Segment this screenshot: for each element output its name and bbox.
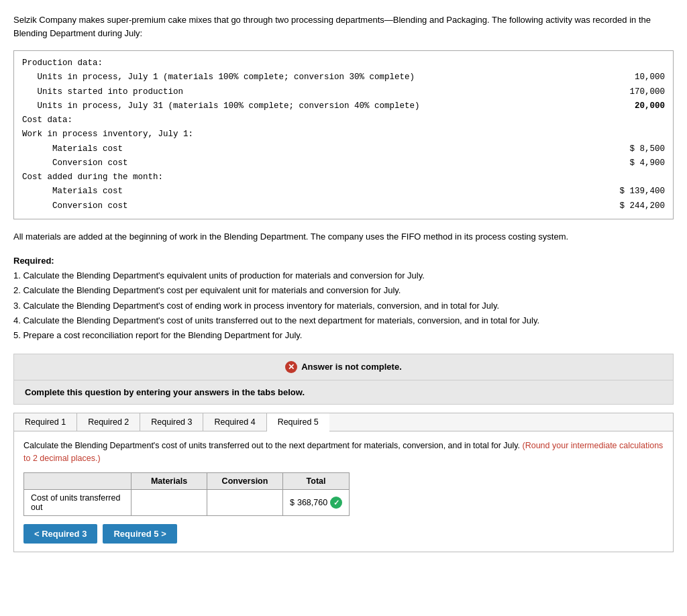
materials-cost-value: $ 8,500 xyxy=(611,142,665,156)
next-required-button[interactable]: Required 5 > xyxy=(103,524,176,544)
total-value: 368,760 xyxy=(297,498,327,507)
tab-description: Calculate the Blending Department's cost… xyxy=(23,440,664,465)
check-icon: ✓ xyxy=(330,497,342,509)
units-started-label: Units started into production xyxy=(22,85,183,99)
intro-paragraph: Selzik Company makes super-premium cake … xyxy=(13,13,674,40)
conversion-added-value: $ 244,200 xyxy=(611,199,665,213)
col-header-total: Total xyxy=(283,473,350,490)
tabs-row: Required 1 Required 2 Required 3 Require… xyxy=(14,413,673,431)
wip-title: Work in process inventory, July 1: xyxy=(22,127,665,142)
required-heading: Required: xyxy=(13,254,674,268)
tab-required-5[interactable]: Required 5 xyxy=(267,413,329,431)
conversion-cost-row: Conversion cost $ 4,900 xyxy=(22,156,665,170)
conversion-added-label: Conversion cost xyxy=(22,199,128,213)
tab-required-2[interactable]: Required 2 xyxy=(77,413,140,431)
units-july1-row: Units in process, July 1 (materials 100%… xyxy=(22,70,665,85)
answer-banner: ✕ Answer is not complete. xyxy=(13,354,674,380)
units-july1-value: 10,000 xyxy=(611,70,665,85)
production-title: Production data: xyxy=(22,56,665,70)
conversion-cost-label: Conversion cost xyxy=(22,156,128,170)
production-data: Production data: Units in process, July … xyxy=(22,56,665,213)
table-row: Cost of units transferredout $ 368,760 ✓ xyxy=(24,490,350,516)
units-started-row: Units started into production 170,000 xyxy=(22,85,665,99)
materials-added-value: $ 139,400 xyxy=(611,185,665,199)
col-header-materials: Materials xyxy=(131,473,207,490)
conversion-input-cell[interactable] xyxy=(207,490,283,516)
col-header-empty xyxy=(24,473,131,490)
x-icon: ✕ xyxy=(285,361,297,373)
fifo-paragraph: All materials are added at the beginning… xyxy=(13,230,674,244)
units-started-value: 170,000 xyxy=(611,85,665,99)
required-item-1: 1. Calculate the Blending Department's e… xyxy=(13,268,674,283)
tab-content: Calculate the Blending Department's cost… xyxy=(14,431,673,552)
required-item-2: 2. Calculate the Blending Department's c… xyxy=(13,283,674,298)
data-table: Production data: Units in process, July … xyxy=(13,50,674,219)
answer-table: Materials Conversion Total Cost of units… xyxy=(23,472,350,516)
col-header-conversion: Conversion xyxy=(207,473,283,490)
required-item-3: 3. Calculate the Blending Department's c… xyxy=(13,299,674,313)
required-item-5: 5. Prepare a cost reconciliation report … xyxy=(13,328,674,343)
materials-added-row: Materials cost $ 139,400 xyxy=(22,185,665,199)
tabs-container: Required 1 Required 2 Required 3 Require… xyxy=(13,413,674,553)
answer-banner-text: Answer is not complete. xyxy=(301,362,402,372)
units-july1-label: Units in process, July 1 (materials 100%… xyxy=(22,70,415,85)
materials-added-label: Materials cost xyxy=(22,185,123,199)
tab-required-3[interactable]: Required 3 xyxy=(140,413,203,431)
units-july31-value: 20,000 xyxy=(611,99,665,113)
tab-required-1[interactable]: Required 1 xyxy=(14,413,77,431)
units-july31-row: Units in process, July 31 (materials 100… xyxy=(22,99,665,113)
rounding-note: (Round your intermediate calculations to… xyxy=(23,441,663,463)
conversion-cost-value: $ 4,900 xyxy=(611,156,665,170)
added-title: Cost added during the month: xyxy=(22,170,665,185)
conversion-input[interactable] xyxy=(211,498,278,507)
total-cell: $ 368,760 ✓ xyxy=(283,490,350,516)
conversion-added-row: Conversion cost $ 244,200 xyxy=(22,199,665,213)
materials-cost-row: Materials cost $ 8,500 xyxy=(22,142,665,156)
cost-units-label: Cost of units transferredout xyxy=(24,490,131,516)
required-item-4: 4. Calculate the Blending Department's c… xyxy=(13,313,674,328)
required-section: Required: 1. Calculate the Blending Depa… xyxy=(13,254,674,343)
nav-buttons: < Required 3 Required 5 > xyxy=(23,524,664,544)
tab-required-4[interactable]: Required 4 xyxy=(203,413,266,431)
complete-text: Complete this question by entering your … xyxy=(13,380,674,405)
materials-cost-label: Materials cost xyxy=(22,142,123,156)
cost-title: Cost data: xyxy=(22,113,665,127)
units-july31-label: Units in process, July 31 (materials 100… xyxy=(22,99,420,113)
materials-input-cell[interactable] xyxy=(131,490,207,516)
prev-required-button[interactable]: < Required 3 xyxy=(23,524,97,544)
total-prefix: $ xyxy=(290,498,295,507)
materials-input[interactable] xyxy=(136,498,203,507)
